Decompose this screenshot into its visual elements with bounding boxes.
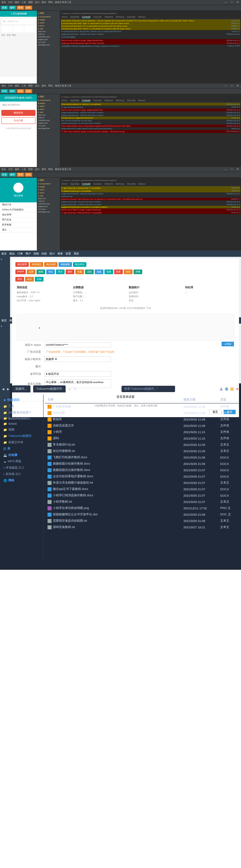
file-row[interactable]: 短信对接教程.txt2021/9/28 21:05文本文 bbox=[45, 448, 240, 454]
maximize-btn[interactable]: □ bbox=[229, 0, 235, 4]
console-output[interactable]: ⟳ app Showing is deprecating ⟳ compatibl… bbox=[61, 186, 240, 214]
fm-sidebar[interactable]: ★快速访问📁工具📁360极速浏览器下📁BaiduNetdiskDo...📁WWW… bbox=[0, 395, 44, 562]
menu-item[interactable]: 工具 bbox=[21, 84, 26, 88]
console-line[interactable]: Server event profile in page: pages/deta… bbox=[61, 39, 240, 42]
search-input[interactable]: 搜索"Tudoucms跑腿同..." bbox=[122, 386, 175, 392]
admin-nav-item[interactable]: 营销 bbox=[33, 252, 39, 255]
admin-nav-item[interactable]: 首页 bbox=[1, 252, 7, 255]
tree-node[interactable]: main.js bbox=[37, 116, 59, 119]
menu-item[interactable]: 微信开发者工具 bbox=[55, 168, 71, 171]
menu-item[interactable]: 视图 bbox=[28, 84, 33, 88]
form-input[interactable]: 跑腿帮 ▼ bbox=[44, 356, 111, 362]
sidebar-item[interactable]: ★快速访问 bbox=[2, 397, 41, 403]
devtools-tab[interactable]: Memory bbox=[116, 183, 124, 185]
tree-node[interactable]: ▸ utils bbox=[37, 194, 59, 197]
tag[interactable]: 秒杀 bbox=[114, 270, 123, 274]
console-line[interactable]: https://appcollegeTudou.net/api/app/img/… bbox=[61, 125, 240, 127]
profile-menu-item[interactable]: 我的订单 bbox=[0, 203, 37, 208]
minimize-btn[interactable]: — bbox=[222, 0, 229, 4]
console-line[interactable]: [Component] data field "data" is overwri… bbox=[61, 22, 240, 25]
nav-up[interactable]: ▲ bbox=[68, 388, 71, 391]
console-line[interactable]: [Vue warn]: Unknown custom element: - di… bbox=[61, 19, 240, 22]
console-output[interactable]: [Vue warn]:property or method is not def… bbox=[61, 103, 240, 133]
devtools-tab[interactable]: AppData bbox=[70, 16, 79, 19]
file-row[interactable]: 源码安装教程.txt2021/9/27 19:21文本文 bbox=[45, 524, 240, 530]
tree-node[interactable]: ▸ store bbox=[37, 107, 59, 111]
devtools-tab[interactable]: Security bbox=[127, 16, 135, 19]
tree-node[interactable]: ▸ static bbox=[37, 188, 59, 191]
tab-2[interactable]: Tudoucms跑腿同学 bbox=[33, 385, 66, 393]
tree-node[interactable]: ▸ static bbox=[37, 104, 59, 107]
register-btn[interactable]: 点击注册 bbox=[1, 117, 35, 124]
toolbar-btn[interactable]: 真机 bbox=[25, 89, 32, 93]
admin-nav-item[interactable]: 首页 bbox=[1, 319, 7, 322]
devtools-tab[interactable]: Network bbox=[104, 183, 113, 185]
col-type[interactable]: 类型 bbox=[220, 397, 237, 402]
file-row[interactable]: 校园跑腿绑定公众号开放平台.doc2021/9/28 21:08DOC 文 bbox=[45, 511, 240, 518]
menu-item[interactable]: 运行 bbox=[35, 168, 39, 171]
tag[interactable]: 积分 bbox=[16, 277, 24, 282]
devtools-tab[interactable]: Memory bbox=[116, 99, 124, 102]
devtools-tab[interactable]: Sources bbox=[93, 16, 102, 19]
tag[interactable]: 商品管理 bbox=[16, 262, 29, 267]
tree-node[interactable]: ▸ pages bbox=[37, 101, 59, 104]
console-line[interactable]: (无法获取:0,0)https://pages@demo.cn/login su… bbox=[61, 44, 240, 48]
console-line[interactable]: pages/wx/crypt/crypt-mounted/vi is inval… bbox=[61, 206, 240, 208]
sidebar-item[interactable]: 📁360极速浏览器下 bbox=[2, 409, 41, 416]
tag[interactable]: 分销 bbox=[35, 277, 44, 282]
tag[interactable]: 商品分类 bbox=[44, 262, 58, 267]
sidebar-item[interactable]: ▪本地磁盘 (C:) bbox=[2, 465, 41, 471]
file-row[interactable]: 小程序订阅消息操作教程.docx2021/9/28 21:07DOCX bbox=[45, 492, 240, 499]
admin-nav-item[interactable]: 用户 bbox=[25, 252, 31, 255]
tag[interactable]: 单位 bbox=[46, 270, 55, 274]
nav-back[interactable]: ◀ bbox=[2, 388, 4, 391]
file-row[interactable]: 源码2021/9/29 11:10文件夹 bbox=[45, 435, 240, 441]
console-line[interactable]: ⟳ app Showing is deprecating ⟳ compatibl… bbox=[61, 186, 240, 189]
tree-node[interactable]: main.js bbox=[37, 200, 59, 203]
file-row[interactable]: 跑腿校园后台操作教程.docx2021/9/28 21:07DOCX bbox=[45, 467, 240, 473]
file-row[interactable]: 数据库2021/9/29 11:09文件夹 bbox=[45, 416, 240, 423]
devtools-tab[interactable]: Console bbox=[82, 183, 91, 185]
devtools-tab[interactable]: Wxml bbox=[61, 16, 68, 19]
devtools-tab[interactable]: Security bbox=[127, 183, 135, 185]
console-line[interactable]: [Component] data field "url" is overwrit… bbox=[61, 25, 240, 27]
fm-columns[interactable]: 名称 修改日期 类型 bbox=[45, 396, 240, 403]
console-line[interactable]: pages/default-by-page pages/crypt/crypt/… bbox=[61, 127, 240, 130]
devtools-tab[interactable]: Wxml bbox=[61, 183, 68, 185]
toolbar-btn[interactable]: 编译 bbox=[9, 173, 16, 177]
console-line[interactable]: 已开启自动预览 bbox=[61, 35, 240, 39]
menu-item[interactable]: 插件 bbox=[42, 84, 46, 88]
menu-item[interactable]: 帮助 bbox=[48, 1, 53, 4]
sidebar-item[interactable]: 📁BaiduNetdiskDo... bbox=[2, 416, 41, 421]
form-input[interactable]: ● 核实开启 bbox=[44, 371, 111, 377]
tree-node[interactable]: pages.json bbox=[37, 38, 59, 41]
console-line[interactable]: [Vue warn]:property or method is not def… bbox=[61, 103, 240, 105]
tree-node[interactable]: uni.scss bbox=[37, 208, 59, 210]
admin-nav-item[interactable]: 商品 bbox=[9, 252, 15, 255]
tree-node[interactable]: App.vue bbox=[37, 30, 59, 33]
console-line[interactable]: pages/crypt/crypt .onShow has been invok… bbox=[61, 203, 240, 206]
devtools-tab[interactable]: Network bbox=[104, 16, 113, 19]
tree-node[interactable]: uni.scss bbox=[37, 41, 59, 43]
toolbar-btn[interactable]: 真机 bbox=[25, 6, 32, 10]
file-row[interactable]: 广告图导航图2021/9/29 11:09文件夹 bbox=[45, 403, 240, 410]
tag[interactable]: import bbox=[16, 270, 26, 274]
console-line[interactable]: wx.getSystemInfo is deprecated, please u… bbox=[61, 30, 240, 33]
admin-nav[interactable]: 首页商品订单用户营销内容统计财务设置系统 bbox=[0, 250, 241, 257]
tree-node[interactable]: ▸ utils bbox=[37, 111, 59, 114]
file-row[interactable]: 类目说明2021/9/29 11:09文件夹 bbox=[45, 410, 240, 416]
profile-menu-item[interactable]: SOAvc开启智能规划 bbox=[0, 208, 37, 212]
nav-refresh[interactable]: ↻ bbox=[74, 388, 77, 391]
toolbar-btn[interactable]: 编译 bbox=[9, 6, 16, 10]
menu-item[interactable]: 文件 bbox=[8, 168, 13, 171]
profile-menu-item[interactable]: 地址管理 bbox=[0, 212, 37, 217]
tag[interactable]: 会员 bbox=[25, 277, 34, 282]
console-line[interactable]: pages/upload/index .onShow has been invo… bbox=[61, 192, 240, 195]
menu-item[interactable]: 文件 bbox=[8, 1, 13, 4]
menu-item[interactable]: 文件 bbox=[8, 84, 13, 88]
form-input[interactable]: wx098734abcd**** bbox=[44, 342, 111, 347]
tree-node[interactable]: manifest.json bbox=[37, 119, 59, 122]
console-line[interactable]: Server error failed to page: pages/crypt… bbox=[61, 208, 240, 211]
menu-item[interactable]: 编辑 bbox=[15, 168, 20, 171]
admin-nav-item[interactable]: 订单 bbox=[18, 252, 23, 255]
